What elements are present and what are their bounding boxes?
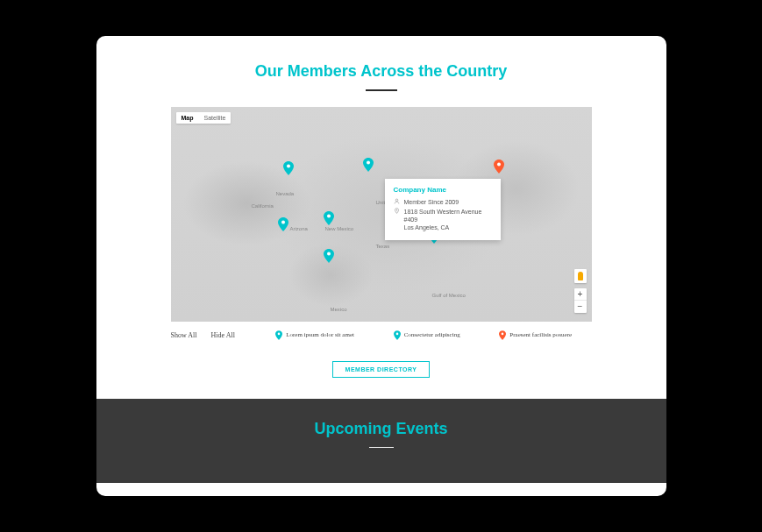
person-icon [394, 198, 400, 206]
pegman-icon[interactable] [574, 269, 587, 283]
heading-divider [366, 89, 397, 91]
label-mexico: Mexico [331, 307, 347, 312]
info-address: 1818 South Western Avenue #409 Los Angel… [404, 208, 492, 231]
svg-point-10 [395, 332, 398, 335]
svg-point-6 [327, 252, 331, 255]
map-pin-highlighted[interactable] [494, 160, 504, 174]
map-pin[interactable] [278, 217, 288, 231]
legend-item[interactable]: Praesent facilisis posuere [499, 330, 572, 340]
svg-point-2 [497, 162, 501, 166]
info-member-since: Member Since 2009 [404, 198, 459, 206]
map-footer-row: Show All Hide All Lorem ipsum dolor sit … [171, 330, 592, 340]
events-section: Upcoming Events [96, 399, 666, 484]
zoom-out-button[interactable]: − [574, 301, 587, 313]
svg-point-11 [502, 332, 504, 335]
pin-icon [499, 330, 506, 340]
map-type-satellite[interactable]: Satellite [199, 112, 231, 124]
show-all-button[interactable]: Show All [171, 331, 197, 339]
svg-point-0 [287, 164, 290, 167]
legend-item[interactable]: Lorem ipsum dolor sit amet [275, 330, 354, 340]
members-heading: Our Members Across the Country [96, 62, 666, 81]
svg-point-3 [281, 220, 285, 223]
map-controls: + − [574, 269, 587, 313]
svg-point-8 [395, 209, 396, 210]
map-pin[interactable] [363, 158, 374, 172]
svg-point-7 [395, 199, 398, 202]
map-info-window: Company Name Member Since 2009 1818 Sout… [385, 179, 501, 240]
label-new-mexico: New Mexico [325, 226, 354, 231]
map-container[interactable]: United States Mexico California Nevada A… [171, 107, 592, 322]
member-directory-button[interactable]: MEMBER DIRECTORY [332, 361, 431, 378]
zoom-in-button[interactable]: + [574, 288, 587, 301]
map-type-map[interactable]: Map [176, 112, 199, 124]
map-type-switcher: Map Satellite [176, 112, 231, 124]
legend-label: Consectetur adipiscing [404, 331, 460, 338]
events-divider [369, 447, 394, 449]
map-legend: Lorem ipsum dolor sit amet Consectetur a… [256, 330, 592, 340]
svg-point-9 [278, 332, 281, 335]
label-gulf: Gulf of Mexico [432, 293, 466, 298]
legend-label: Lorem ipsum dolor sit amet [286, 331, 354, 338]
map-place-labels: United States Mexico California Nevada A… [171, 107, 592, 322]
map-pin[interactable] [283, 161, 294, 175]
svg-point-1 [367, 160, 370, 164]
label-california: California [252, 203, 274, 209]
show-hide-toggles: Show All Hide All [171, 331, 235, 339]
label-texas: Texas [376, 244, 390, 249]
legend-label: Praesent facilisis posuere [509, 331, 572, 338]
location-icon [394, 208, 400, 231]
hide-all-button[interactable]: Hide All [211, 331, 235, 339]
label-nevada: Nevada [276, 191, 295, 196]
map-pin[interactable] [324, 249, 334, 263]
info-company-name: Company Name [394, 186, 492, 194]
pin-icon [275, 330, 282, 340]
zoom-controls: + − [574, 288, 587, 313]
map-pin[interactable] [324, 211, 334, 225]
label-arizona: Arizona [290, 226, 308, 231]
legend-item[interactable]: Consectetur adipiscing [394, 330, 460, 340]
page-wrapper: Our Members Across the Country United St… [96, 36, 666, 496]
pin-icon [394, 330, 401, 340]
svg-point-4 [327, 214, 331, 217]
events-heading: Upcoming Events [96, 420, 666, 438]
